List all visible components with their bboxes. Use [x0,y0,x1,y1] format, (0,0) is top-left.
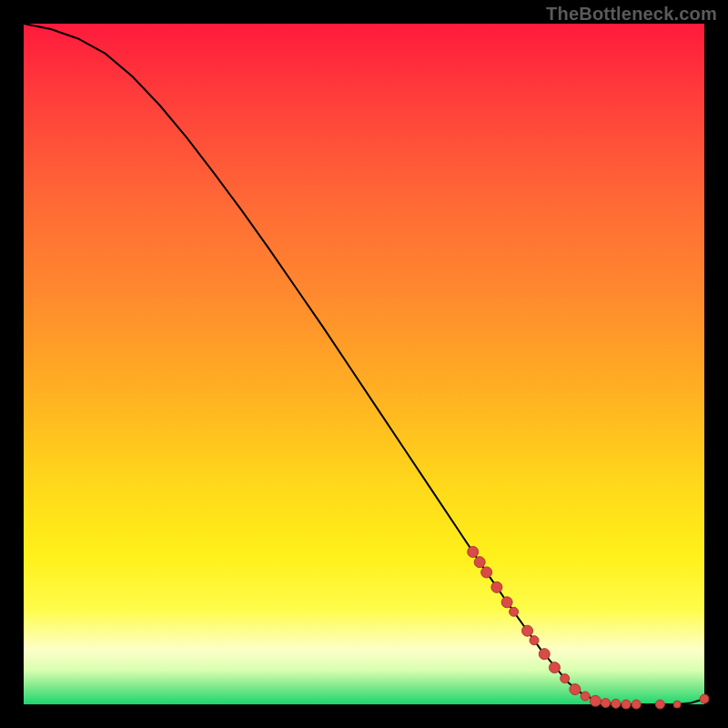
data-point [561,674,570,683]
data-points [468,546,709,709]
data-point [700,694,709,703]
data-point [468,546,479,557]
data-point [581,692,590,701]
data-point [491,581,502,592]
data-point [622,700,631,709]
data-point [549,662,560,673]
chart-overlay [24,24,704,704]
data-point [655,700,664,709]
data-point [481,567,492,578]
data-point [570,684,581,695]
data-point [522,625,533,636]
bottleneck-curve [24,24,704,704]
data-point [602,699,611,708]
data-point [474,557,485,568]
data-point [590,695,601,706]
data-point [612,699,621,708]
data-point [501,597,512,608]
data-point [510,607,519,616]
watermark-text: TheBottleneck.com [546,4,717,25]
data-point [530,636,539,645]
chart-stage: TheBottleneck.com [0,0,728,728]
data-point [539,649,550,660]
data-point [632,700,641,709]
data-point [673,701,681,708]
